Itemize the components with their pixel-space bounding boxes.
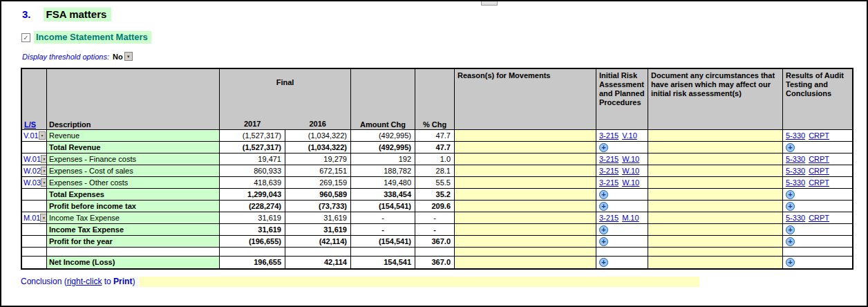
risk-ref-link[interactable]: W.10 xyxy=(622,154,639,164)
section-header: 3. FSA matters xyxy=(22,8,867,21)
description-cell: Income Tax Expense xyxy=(47,224,220,236)
threshold-select-value[interactable]: No xyxy=(113,53,123,61)
subsection-header: ✓ Income Statement Matters xyxy=(21,31,867,44)
pct-chg-cell: - xyxy=(415,212,455,224)
amount-chg-cell: 188,782 xyxy=(351,165,415,177)
risk-ref-link[interactable]: 3-215 xyxy=(599,154,619,164)
chevron-down-icon[interactable]: ▼ xyxy=(124,52,133,61)
value-2016-cell: (1,034,322) xyxy=(285,130,351,142)
chevron-down-icon[interactable]: ▼ xyxy=(41,167,47,175)
add-plus-icon[interactable]: + xyxy=(599,225,608,234)
circumstances-input-cell[interactable] xyxy=(648,130,783,142)
results-ref-link[interactable]: 5-330 xyxy=(786,166,805,176)
conclusion-prefix: Conclusion ( xyxy=(21,277,67,286)
circumstances-input-cell[interactable] xyxy=(648,212,783,224)
initial-risk-header: Initial Risk Assessment and Planned Proc… xyxy=(596,69,648,130)
risk-ref-link[interactable]: 3-215 xyxy=(599,213,619,223)
results-header: Results of Audit Testing and Conclusions xyxy=(783,69,852,130)
circumstances-header: Document any circumstances that have ari… xyxy=(648,69,783,130)
risk-ref-link[interactable]: W.10 xyxy=(622,178,639,187)
add-plus-icon[interactable]: + xyxy=(786,190,795,199)
circumstances-input-cell[interactable] xyxy=(648,177,783,189)
circumstances-input-cell[interactable] xyxy=(648,257,783,268)
table-header: L/S Description Final 2017 2016 Amount C… xyxy=(22,69,852,130)
threshold-label: Display threshold options: xyxy=(22,53,109,61)
circumstances-input-cell[interactable] xyxy=(648,201,783,212)
chevron-down-icon[interactable]: ▼ xyxy=(39,131,46,140)
income-statement-checkbox[interactable]: ✓ xyxy=(21,33,30,42)
results-ref-link[interactable]: 5-330 xyxy=(786,178,805,187)
risk-assessment-cell: + xyxy=(596,189,648,201)
reason-input-cell[interactable] xyxy=(455,257,596,268)
circumstances-input-cell[interactable] xyxy=(648,189,783,201)
ls-header[interactable]: L/S xyxy=(22,69,47,130)
results-ref-link[interactable]: CRPT xyxy=(809,178,829,187)
risk-ref-link[interactable]: M.10 xyxy=(622,213,639,223)
add-plus-icon[interactable]: + xyxy=(599,143,608,152)
reason-input-cell[interactable] xyxy=(455,142,596,154)
risk-ref-link[interactable]: 3-215 xyxy=(599,131,619,140)
reason-input-cell[interactable] xyxy=(455,130,596,142)
risk-ref-link[interactable]: 3-215 xyxy=(599,166,619,176)
ls-cell[interactable]: V.01▼ xyxy=(22,130,47,142)
results-ref-link[interactable]: 5-330 xyxy=(786,213,805,223)
add-plus-icon[interactable]: + xyxy=(786,225,795,234)
reason-input-cell[interactable] xyxy=(455,236,596,248)
ls-cell[interactable]: W.01▼ xyxy=(22,154,47,165)
conclusion-input-field[interactable] xyxy=(139,277,699,287)
add-plus-icon[interactable]: + xyxy=(786,237,795,246)
amount-chg-cell: (154,541) xyxy=(351,236,415,248)
amount-chg-cell: (492,995) xyxy=(351,142,415,154)
value-2017-cell: 860,933 xyxy=(220,165,285,177)
table-row: W.03▼Expenses - Other costs418,639269,15… xyxy=(22,177,852,189)
circumstances-input-cell[interactable] xyxy=(648,224,783,236)
add-plus-icon[interactable]: + xyxy=(599,258,608,267)
add-plus-icon[interactable]: + xyxy=(786,202,795,211)
reason-input-cell[interactable] xyxy=(455,212,596,224)
risk-ref-link[interactable]: V.10 xyxy=(622,131,637,140)
table-row: Profit for the year(196,655)(42,114)(154… xyxy=(22,236,852,248)
risk-ref-link[interactable]: 3-215 xyxy=(599,178,619,187)
results-ref-link[interactable]: 5-330 xyxy=(786,131,805,140)
value-2017-cell: 196,655 xyxy=(220,257,285,268)
value-2017-cell: 31,619 xyxy=(220,212,285,224)
add-plus-icon[interactable]: + xyxy=(786,143,795,152)
amount-chg-header-label: Amount Chg xyxy=(360,120,406,129)
results-ref-link[interactable]: CRPT xyxy=(809,213,829,223)
circumstances-input-cell[interactable] xyxy=(648,248,783,257)
add-plus-icon[interactable]: + xyxy=(599,190,608,199)
ls-cell[interactable]: M.01▼ xyxy=(22,212,47,224)
reason-input-cell[interactable] xyxy=(455,189,596,201)
circumstances-input-cell[interactable] xyxy=(648,236,783,248)
reason-input-cell[interactable] xyxy=(455,154,596,165)
right-click-link[interactable]: right-click xyxy=(67,277,102,286)
results-ref-link[interactable]: CRPT xyxy=(809,131,829,140)
add-plus-icon[interactable]: + xyxy=(599,202,608,211)
reason-input-cell[interactable] xyxy=(455,177,596,189)
ls-cell xyxy=(22,257,47,268)
reason-input-cell[interactable] xyxy=(455,165,596,177)
ls-header-label[interactable]: L/S xyxy=(24,120,36,129)
pct-chg-cell xyxy=(415,248,455,257)
circumstances-input-cell[interactable] xyxy=(648,154,783,165)
ls-cell[interactable]: W.03▼ xyxy=(22,177,47,189)
table-body: V.01▼Revenue(1,527,317)(1,034,322)(492,9… xyxy=(22,130,852,268)
results-ref-link[interactable]: 5-330 xyxy=(786,154,805,164)
chevron-down-icon[interactable]: ▼ xyxy=(41,178,47,187)
reason-input-cell[interactable] xyxy=(455,224,596,236)
results-ref-link[interactable]: CRPT xyxy=(809,166,829,176)
risk-ref-link[interactable]: W.10 xyxy=(622,166,639,176)
chevron-down-icon[interactable]: ▼ xyxy=(40,214,47,222)
ls-cell[interactable]: W.02▼ xyxy=(22,165,47,177)
value-2017-cell: (228,274) xyxy=(220,201,285,212)
pct-chg-header: % Chg xyxy=(415,69,455,130)
circumstances-input-cell[interactable] xyxy=(648,142,783,154)
reason-input-cell[interactable] xyxy=(455,201,596,212)
add-plus-icon[interactable]: + xyxy=(786,258,795,267)
results-ref-link[interactable]: CRPT xyxy=(809,154,829,164)
chevron-down-icon[interactable]: ▼ xyxy=(41,155,47,163)
circumstances-input-cell[interactable] xyxy=(648,165,783,177)
final-group-header: Final 2017 2016 xyxy=(220,69,351,130)
add-plus-icon[interactable]: + xyxy=(599,237,608,246)
reason-input-cell[interactable] xyxy=(455,248,596,257)
